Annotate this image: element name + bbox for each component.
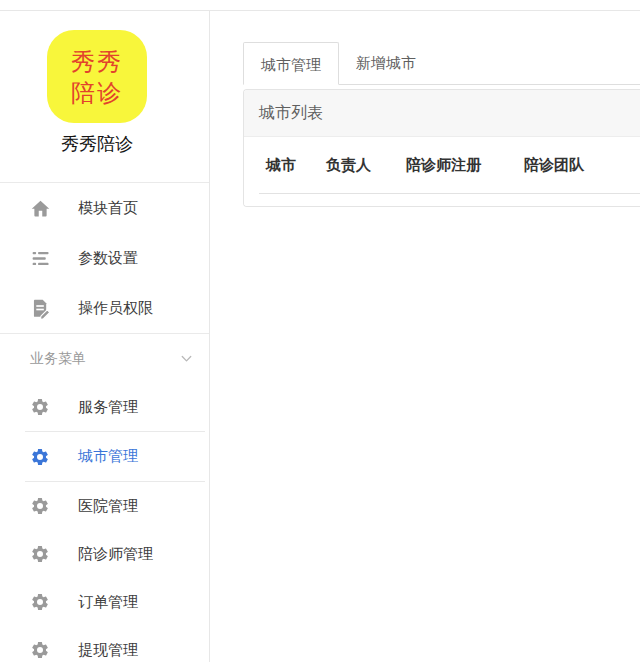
table-header-row: 城市 负责人 陪诊师注册 陪诊团队	[244, 137, 640, 193]
sidebar-item-label: 陪诊师管理	[78, 545, 153, 564]
app-window: 秀秀 陪诊 秀秀陪诊 模块首页 参数设置	[0, 0, 640, 662]
main-content: 城市管理 新增城市 城市列表 城市 负责人 陪诊师注册 陪诊团队	[211, 11, 640, 662]
column-header-city: 城市	[266, 156, 326, 175]
gear-icon	[30, 496, 56, 516]
section-label: 业务菜单	[30, 350, 86, 368]
logo-text-line1: 秀秀	[71, 46, 123, 77]
tab-city-management[interactable]: 城市管理	[243, 42, 339, 85]
city-table: 城市 负责人 陪诊师注册 陪诊团队	[244, 137, 640, 206]
sidebar-business-menu: 服务管理 城市管理 医院管理 陪诊师管理	[0, 383, 209, 662]
sidebar-item-label: 订单管理	[78, 593, 138, 612]
panel-title: 城市列表	[244, 90, 640, 137]
logo-text-line2: 陪诊	[71, 77, 123, 108]
gear-icon	[30, 447, 56, 467]
sidebar-item-label: 医院管理	[78, 497, 138, 516]
sidebar-item-module-home[interactable]: 模块首页	[0, 183, 209, 233]
sidebar-item-label: 操作员权限	[78, 299, 153, 318]
chevron-down-icon	[178, 350, 195, 367]
sidebar-item-city-management[interactable]: 城市管理	[0, 431, 209, 482]
column-header-manager: 负责人	[326, 156, 406, 175]
city-list-panel: 城市列表 城市 负责人 陪诊师注册 陪诊团队	[243, 89, 640, 207]
table-header-divider	[259, 193, 640, 194]
brand-title: 秀秀陪诊	[0, 132, 194, 156]
tab-add-city[interactable]: 新增城市	[339, 41, 433, 84]
list-icon	[30, 248, 56, 269]
sidebar-item-hospital-management[interactable]: 医院管理	[0, 482, 209, 530]
gear-icon	[30, 640, 56, 660]
sidebar-main-menu: 模块首页 参数设置	[0, 182, 209, 333]
document-edit-icon	[30, 298, 56, 319]
column-header-escort-team: 陪诊团队	[524, 156, 584, 175]
sidebar-item-label: 提现管理	[78, 641, 138, 660]
home-icon	[30, 198, 56, 219]
tab-bar: 城市管理 新增城市	[243, 41, 640, 85]
top-divider	[0, 0, 640, 11]
sidebar-item-label: 城市管理	[78, 447, 138, 466]
sidebar-item-operator-permissions[interactable]: 操作员权限	[0, 283, 209, 333]
sidebar-item-service-management[interactable]: 服务管理	[0, 383, 209, 431]
gear-icon	[30, 592, 56, 612]
app-logo: 秀秀 陪诊	[47, 30, 147, 123]
gear-icon	[30, 544, 56, 564]
sidebar-section-business-menu[interactable]: 业务菜单	[0, 333, 209, 383]
column-header-escort-registration: 陪诊师注册	[406, 156, 524, 175]
sidebar-item-parameter-settings[interactable]: 参数设置	[0, 233, 209, 283]
sidebar-item-label: 模块首页	[78, 199, 138, 218]
sidebar-item-withdrawal-management[interactable]: 提现管理	[0, 626, 209, 662]
sidebar-item-label: 参数设置	[78, 249, 138, 268]
sidebar: 秀秀 陪诊 秀秀陪诊 模块首页 参数设置	[0, 11, 210, 662]
sidebar-item-order-management[interactable]: 订单管理	[0, 578, 209, 626]
sidebar-item-escort-management[interactable]: 陪诊师管理	[0, 530, 209, 578]
gear-icon	[30, 397, 56, 417]
sidebar-item-label: 服务管理	[78, 398, 138, 417]
brand: 秀秀 陪诊 秀秀陪诊	[0, 30, 194, 182]
